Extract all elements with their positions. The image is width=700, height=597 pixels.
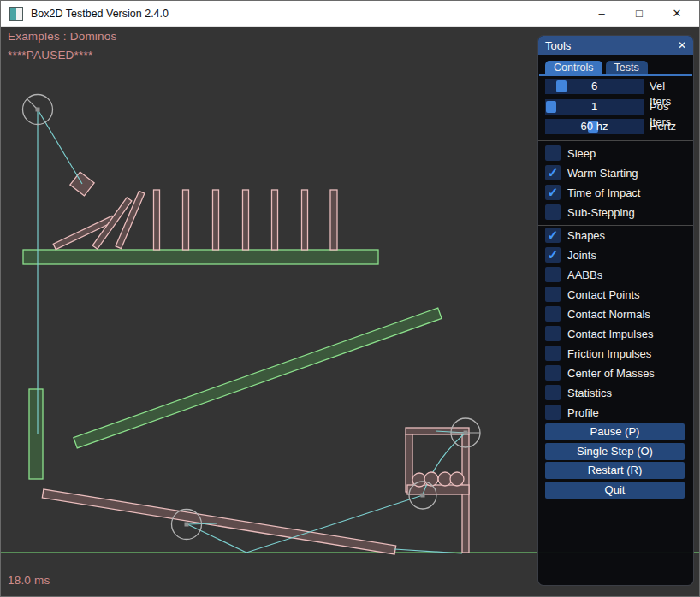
checkbox-row-contact-points: Contact Points: [545, 287, 640, 302]
checkmark-icon: ✓: [548, 165, 559, 180]
frame-left-post: [406, 434, 412, 492]
checkbox-sub-stepping[interactable]: [545, 204, 561, 220]
checkbox-label-sub-stepping: Sub-Stepping: [567, 206, 635, 219]
button-restart-r[interactable]: Restart (R): [545, 462, 685, 479]
domino-standing: [330, 190, 337, 250]
checkmark-icon: ✓: [548, 228, 559, 243]
checkbox-statistics[interactable]: [545, 385, 561, 400]
window-title: Box2D Testbed Version 2.4.0: [31, 8, 169, 20]
static-ramp: [74, 308, 442, 448]
joint-anchor: [421, 494, 425, 498]
checkbox-row-warm-starting: ✓Warm Starting: [545, 165, 638, 180]
paused-label: ****PAUSED****: [8, 49, 92, 62]
checkbox-label-time-of-impact: Time of Impact: [567, 186, 640, 199]
checkbox-aabbs[interactable]: [545, 267, 561, 282]
checkbox-label-friction-impulses: Friction Impulses: [567, 347, 651, 360]
checkbox-label-contact-points: Contact Points: [567, 288, 640, 301]
slider-value-pos-iters: 1: [545, 99, 644, 115]
checkbox-row-friction-impulses: Friction Impulses: [545, 346, 651, 361]
slider-label-hertz: Hertz: [650, 119, 676, 134]
checkmark-icon: ✓: [548, 247, 559, 263]
checkbox-label-contact-normals: Contact Normals: [567, 308, 650, 321]
slider-row-vel-iters: 6Vel Iters: [545, 79, 688, 94]
close-icon[interactable]: ✕: [658, 1, 696, 26]
button-quit[interactable]: Quit: [545, 482, 685, 499]
slider-value-vel-iters: 6: [545, 79, 644, 94]
app-window: Box2D Testbed Version 2.4.0 – □ ✕ Exampl…: [0, 0, 700, 597]
domino-standing: [154, 190, 160, 250]
frame-time-label: 18.0 ms: [8, 574, 50, 587]
cradle-ball: [450, 472, 464, 486]
checkbox-row-aabbs: AABBs: [545, 267, 602, 282]
joint-line: [38, 109, 82, 184]
checkbox-profile[interactable]: [545, 405, 561, 420]
domino-standing: [243, 190, 249, 250]
window-titlebar[interactable]: Box2D Testbed Version 2.4.0 – □ ✕: [1, 1, 699, 27]
checkbox-row-sleep: Sleep: [545, 145, 596, 161]
tools-panel: Tools ✕ ControlsTests 6Vel Iters1Pos Ite…: [537, 35, 694, 586]
checkbox-row-contact-normals: Contact Normals: [545, 306, 650, 322]
window-controls: – □ ✕: [583, 1, 696, 26]
checkbox-label-joints: Joints: [567, 249, 596, 262]
checkbox-label-shapes: Shapes: [567, 229, 605, 242]
checkbox-joints[interactable]: ✓: [545, 247, 561, 263]
button-single-step-o[interactable]: Single Step (O): [545, 443, 685, 460]
checkbox-row-sub-stepping: Sub-Stepping: [545, 204, 635, 220]
checkbox-row-time-of-impact: ✓Time of Impact: [545, 185, 640, 200]
checkbox-row-contact-impulses: Contact Impulses: [545, 326, 653, 341]
tools-panel-title: Tools: [545, 39, 571, 52]
panel-close-icon[interactable]: ✕: [678, 39, 686, 51]
separator: [538, 225, 693, 226]
checkbox-warm-starting[interactable]: ✓: [545, 165, 561, 180]
checkbox-row-statistics: Statistics: [545, 385, 612, 400]
domino-standing: [213, 190, 219, 250]
cradle-ball: [424, 472, 438, 486]
static-elevator-box: [29, 389, 43, 479]
tab-controls[interactable]: Controls: [545, 61, 602, 74]
separator: [538, 140, 693, 141]
checkbox-shapes[interactable]: ✓: [545, 228, 561, 243]
maximize-icon[interactable]: □: [620, 1, 658, 26]
slider-row-pos-iters: 1Pos Iters: [545, 99, 688, 115]
checkbox-contact-normals[interactable]: [545, 306, 561, 322]
joint-anchor: [36, 108, 40, 112]
checkbox-row-center-of-masses: Center of Masses: [545, 365, 655, 381]
checkbox-row-profile: Profile: [545, 405, 599, 420]
seesaw-plank: [42, 489, 395, 554]
joint-anchor: [185, 523, 189, 527]
checkbox-label-sleep: Sleep: [567, 147, 596, 160]
checkbox-time-of-impact[interactable]: ✓: [545, 185, 561, 200]
example-label: Examples : Dominos: [8, 30, 116, 43]
checkbox-label-contact-impulses: Contact Impulses: [567, 328, 653, 340]
joint-anchor: [464, 431, 468, 435]
domino-standing: [302, 190, 308, 250]
slider-value-hertz: 60 hz: [545, 119, 644, 134]
checkbox-contact-impulses[interactable]: [545, 326, 561, 341]
domino-standing: [183, 190, 189, 250]
minimize-icon[interactable]: –: [583, 1, 620, 26]
slider-row-hertz: 60 hzHertz: [545, 119, 688, 134]
checkbox-label-profile: Profile: [567, 406, 599, 419]
checkbox-friction-impulses[interactable]: [545, 346, 561, 361]
checkbox-row-shapes: ✓Shapes: [545, 228, 605, 243]
checkbox-label-center-of-masses: Center of Masses: [567, 367, 655, 380]
checkbox-center-of-masses[interactable]: [545, 365, 561, 381]
tools-panel-titlebar[interactable]: Tools ✕: [538, 36, 693, 55]
domino-standing: [272, 190, 278, 250]
checkbox-row-joints: ✓Joints: [545, 247, 596, 263]
checkbox-contact-points[interactable]: [545, 287, 561, 302]
checkbox-label-statistics: Statistics: [567, 387, 612, 399]
static-platform: [23, 250, 378, 264]
checkmark-icon: ✓: [548, 185, 559, 200]
checkbox-sleep[interactable]: [545, 145, 561, 161]
tab-tests[interactable]: Tests: [606, 61, 648, 74]
checkbox-label-aabbs: AABBs: [567, 269, 602, 281]
button-pause-p[interactable]: Pause (P): [545, 423, 685, 440]
app-icon: [9, 7, 23, 21]
tab-bar: ControlsTests: [545, 61, 648, 74]
tab-underline: [539, 74, 692, 76]
checkbox-label-warm-starting: Warm Starting: [567, 167, 638, 180]
